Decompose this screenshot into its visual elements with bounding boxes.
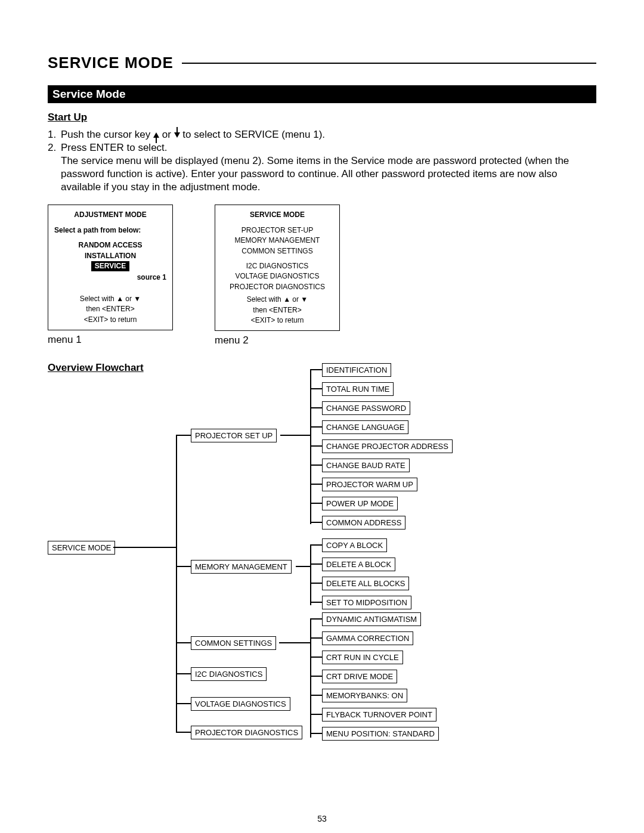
flow-copy-block: COPY A BLOCK: [322, 538, 387, 552]
menu2-l4: I2C DIAGNOSTICS: [221, 261, 333, 271]
menu2-hint3: <EXIT> to return: [221, 315, 333, 326]
line: [310, 676, 322, 677]
menu1-source: source 1: [54, 272, 166, 283]
flow-common-addr: COMMON ADDRESS: [322, 516, 405, 529]
menu2-l1: PROJECTOR SET-UP: [221, 225, 333, 236]
step1-text-a: Push the cursor key: [61, 129, 153, 140]
step1-or: or: [162, 129, 174, 140]
flow-membanks: MEMORYBANKS: ON: [322, 689, 407, 702]
title-rule: [182, 63, 596, 64]
flow-change-lang: CHANGE LANGUAGE: [322, 420, 408, 434]
line: [310, 695, 322, 696]
menu1-box: ADJUSTMENT MODE Select a path from below…: [48, 205, 173, 330]
flow-del-all: DELETE ALL BLOCKS: [322, 577, 409, 590]
section-bar: Service Mode: [48, 85, 596, 103]
line: [279, 642, 310, 643]
line: [310, 657, 322, 658]
line: [310, 544, 322, 546]
menu2-hint1: Select with ▲ or ▼: [221, 295, 333, 305]
line: [310, 733, 322, 734]
flow-voltage: VOLTAGE DIAGNOSTICS: [191, 697, 290, 711]
menu1-hint3: <EXIT> to return: [54, 315, 166, 325]
line: [280, 435, 310, 436]
line: [310, 602, 322, 603]
line: [176, 566, 191, 567]
menu1-hint1: Select with ▲ or ▼: [54, 294, 166, 304]
step1-text-b: to select to SERVICE (menu 1).: [182, 129, 325, 140]
menu2-l3: COMMON SETTINGS: [221, 246, 333, 256]
flow-del-block: DELETE A BLOCK: [322, 558, 395, 571]
menu2-title: SERVICE MODE: [221, 210, 333, 220]
menu2-box: SERVICE MODE PROJECTOR SET-UP MEMORY MAN…: [215, 205, 340, 331]
flow-crt-run: CRT RUN IN CYCLE: [322, 651, 403, 664]
line: [310, 484, 322, 485]
line: [296, 566, 310, 567]
line: [310, 407, 322, 408]
menu1-random: RANDOM ACCESS: [54, 240, 166, 250]
menu2-caption: menu 2: [215, 335, 340, 346]
line: [310, 618, 311, 738]
flow-root: SERVICE MODE: [48, 541, 115, 555]
flow-menu-pos: MENU POSITION: STANDARD: [322, 727, 439, 741]
flow-change-pw: CHANGE PASSWORD: [322, 401, 410, 415]
flow-proj-diag: PROJECTOR DIAGNOSTICS: [191, 726, 302, 739]
flow-change-baud: CHANGE BAUD RATE: [322, 459, 410, 472]
flowchart-heading: Overview Flowchart: [48, 362, 144, 374]
flow-proj-setup: PROJECTOR SET UP: [191, 429, 277, 442]
line: [310, 637, 322, 639]
flow-change-addr: CHANGE PROJECTOR ADDRESS: [322, 439, 453, 453]
line: [176, 435, 191, 436]
line: [310, 503, 322, 504]
line: [310, 426, 322, 428]
line: [310, 445, 322, 447]
flow-i2c: I2C DIAGNOSTICS: [191, 667, 267, 681]
menu-screenshots: ADJUSTMENT MODE Select a path from below…: [48, 205, 596, 346]
menu2-l2: MEMORY MANAGEMENT: [221, 236, 333, 246]
page-number: 53: [317, 814, 327, 823]
page-title: SERVICE MODE: [48, 54, 596, 72]
line: [310, 388, 322, 389]
step2-body: The service menu will be displayed (menu…: [61, 155, 569, 193]
line: [310, 618, 322, 620]
line: [310, 544, 311, 605]
instructions: 1. Push the cursor key or to select to S…: [48, 128, 596, 194]
step2-text: Press ENTER to select.: [61, 142, 168, 153]
menu1-service-highlighted: SERVICE: [91, 261, 129, 271]
menu1-title: ADJUSTMENT MODE: [54, 210, 166, 220]
arrow-up-icon: [153, 132, 159, 138]
flow-warmup: PROJECTOR WARM UP: [322, 478, 417, 491]
menu1-install: INSTALLATION: [54, 251, 166, 261]
line: [176, 732, 191, 733]
step2-num: 2.: [48, 141, 61, 194]
arrow-down-icon: [174, 132, 180, 138]
line: [176, 673, 191, 674]
flow-midpos: SET TO MIDPOSITION: [322, 596, 411, 609]
flow-identification: IDENTIFICATION: [322, 363, 391, 377]
flow-flyback: FLYBACK TURNOVER POINT: [322, 708, 436, 721]
line: [310, 465, 322, 466]
line: [310, 714, 322, 715]
line: [310, 369, 322, 370]
flow-total-run: TOTAL RUN TIME: [322, 382, 394, 396]
line: [310, 583, 322, 584]
menu2-l6: PROJECTOR DIAGNOSTICS: [221, 282, 333, 292]
flow-dyn-astig: DYNAMIC ANTIGMATISM: [322, 612, 421, 626]
step1-num: 1.: [48, 128, 61, 141]
flow-common: COMMON SETTINGS: [191, 636, 276, 650]
flow-powerup: POWER UP MODE: [322, 497, 398, 510]
menu1-caption: menu 1: [48, 334, 173, 346]
line: [176, 642, 191, 643]
menu1-prompt: Select a path from below:: [54, 225, 166, 236]
page-title-text: SERVICE MODE: [48, 54, 174, 72]
line: [176, 435, 177, 733]
flow-crt-drive: CRT DRIVE MODE: [322, 670, 397, 683]
flow-mem-mgmt: MEMORY MANAGEMENT: [191, 560, 292, 574]
menu1-hint2: then <ENTER>: [54, 304, 166, 314]
startup-heading: Start Up: [48, 112, 596, 123]
line: [310, 563, 322, 565]
flow-gamma: GAMMA CORRECTION: [322, 631, 413, 645]
line: [113, 547, 176, 548]
line: [176, 703, 191, 704]
flowchart: Overview Flowchart SERVICE MODE PROJECTO…: [48, 362, 596, 744]
line: [310, 522, 322, 523]
